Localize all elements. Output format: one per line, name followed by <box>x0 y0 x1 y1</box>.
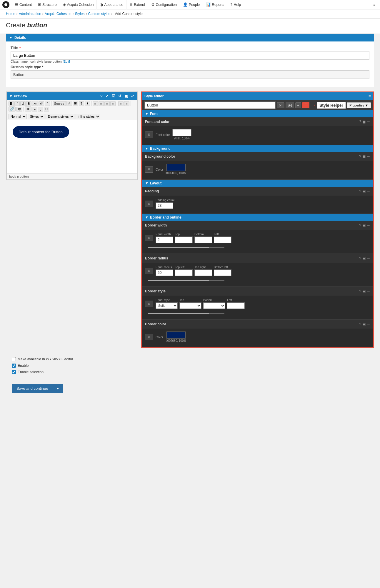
nav-item-content[interactable]: ☰ Content <box>12 0 35 9</box>
se-tb-btn-2[interactable]: [◈] <box>286 102 294 108</box>
font-color-swatch[interactable] <box>172 129 191 136</box>
enable-checkbox[interactable] <box>12 364 16 368</box>
bw-top-input[interactable] <box>175 236 193 243</box>
preview-button[interactable]: Default content for 'Button' <box>13 126 69 138</box>
toolbar-underline[interactable]: U <box>20 101 26 106</box>
toolbar-about[interactable]: ℹ <box>85 101 90 106</box>
se-tb-btn-1[interactable]: [×] <box>277 102 285 108</box>
br-topleft-input[interactable] <box>175 269 193 276</box>
br-equal-input[interactable] <box>156 269 173 276</box>
bs-left-input[interactable] <box>227 302 245 309</box>
nav-item-people[interactable]: 👤 People <box>180 0 203 9</box>
site-logo[interactable] <box>2 1 9 8</box>
font-color-help-icon[interactable]: ? <box>359 120 361 124</box>
style-editor-info-icon[interactable]: i <box>363 94 367 99</box>
preview-refresh-icon[interactable]: ↺ <box>117 94 122 98</box>
nav-item-reports[interactable]: 📊 Reports <box>203 0 227 9</box>
toolbar-more2[interactable]: » <box>32 107 37 111</box>
toolbar-list-unordered[interactable]: ≡ <box>124 101 129 106</box>
se-tb-btn-3[interactable]: + <box>295 102 301 108</box>
se-tb-btn-list-active[interactable]: ☰ <box>302 102 309 108</box>
toolbar-italic[interactable]: I <box>14 101 20 106</box>
toolbar-showblocks[interactable]: ¶ <box>79 101 84 106</box>
font-color-screen-icon[interactable]: ▣ <box>362 120 366 124</box>
br-screen-icon[interactable]: ▣ <box>362 256 366 260</box>
nav-item-help[interactable]: ? Help <box>227 0 244 9</box>
se-bg-section-header[interactable]: ▼ Background <box>142 145 373 152</box>
bc-help-icon[interactable]: ? <box>359 322 361 326</box>
padding-help-icon[interactable]: ? <box>359 189 361 193</box>
bs-more-icon[interactable]: ⋯ <box>367 289 370 293</box>
font-color-more-icon[interactable]: ⋯ <box>367 120 370 124</box>
toolbar-unlink[interactable]: ⛓ <box>16 107 22 111</box>
toolbar-subscript[interactable]: x₂ <box>32 101 38 106</box>
bg-color-more-icon[interactable]: ⋯ <box>367 154 370 159</box>
toolbar-align-center[interactable]: ≡ <box>99 101 104 106</box>
preview-help-icon[interactable]: ? <box>99 94 104 98</box>
breadcrumb-home[interactable]: Home <box>6 12 15 16</box>
toolbar-align-right[interactable]: ≡ <box>104 101 110 106</box>
toolbar-blockquote[interactable]: ❝ <box>45 101 50 106</box>
bw-screen-icon[interactable]: ▣ <box>362 223 366 227</box>
title-input[interactable] <box>11 51 369 60</box>
se-font-section-header[interactable]: ▼ Font <box>142 110 373 117</box>
toolbar-more1[interactable]: ≫ <box>25 106 31 111</box>
nav-item-structure[interactable]: ⊞ Structure <box>35 0 60 9</box>
bs-slider[interactable] <box>148 313 224 314</box>
bw-help-icon[interactable]: ? <box>359 223 361 227</box>
se-button-input[interactable] <box>144 101 276 109</box>
breadcrumb-styles[interactable]: Styles <box>75 12 85 16</box>
toolbar-strikethrough[interactable]: S <box>26 101 31 106</box>
bs-equal-select[interactable]: Solid Dashed Dotted None <box>156 302 178 309</box>
bw-more-icon[interactable]: ⋯ <box>367 223 370 227</box>
br-topright-input[interactable] <box>194 269 212 276</box>
padding-equal-input[interactable] <box>156 202 173 209</box>
br-bottomleft-input[interactable] <box>214 269 231 276</box>
br-more-icon[interactable]: ⋯ <box>367 256 370 260</box>
bw-equal-input[interactable] <box>156 236 173 243</box>
bg-color-help-icon[interactable]: ? <box>359 154 361 159</box>
preview-screen-icon[interactable]: ▣ <box>124 94 129 98</box>
padding-more-icon[interactable]: ⋯ <box>367 189 370 193</box>
bw-left-input[interactable] <box>214 236 231 243</box>
preview-expand-icon[interactable]: ⤢ <box>130 94 135 98</box>
save-dropdown-button[interactable]: ▼ <box>53 384 63 393</box>
breadcrumb-administration[interactable]: Administration <box>19 12 41 16</box>
breadcrumb-custom-styles[interactable]: Custom styles <box>88 12 110 16</box>
toolbar-link[interactable]: 🔗 <box>9 106 16 111</box>
nav-item-acquia-cohesion[interactable]: ◈ Acquia Cohesion <box>60 0 97 9</box>
bs-screen-icon[interactable]: ▣ <box>362 289 366 293</box>
bw-slider[interactable] <box>148 247 224 248</box>
br-slider[interactable] <box>148 280 224 281</box>
toolbar-align-left[interactable]: ≡ <box>93 101 98 106</box>
preview-check-icon[interactable]: ✓ <box>105 94 110 98</box>
bc-color-swatch[interactable] <box>166 332 186 339</box>
wysiwyg-checkbox[interactable] <box>12 357 16 361</box>
style-editor-menu-icon[interactable]: ≡ <box>369 94 371 99</box>
bc-screen-icon[interactable]: ▣ <box>362 322 366 326</box>
bc-more-icon[interactable]: ⋯ <box>367 322 370 326</box>
toolbar-quote[interactable]: „ <box>38 107 43 111</box>
enable-selection-checkbox[interactable] <box>12 370 16 374</box>
toolbar-align-justify[interactable]: ≡ <box>110 101 116 106</box>
toolbar-template[interactable]: ⊞ <box>73 101 78 106</box>
properties-button[interactable]: Properties ▼ <box>347 102 371 108</box>
class-name-edit-link[interactable]: [Edit] <box>63 60 70 63</box>
bs-bottom-select[interactable] <box>203 302 225 309</box>
se-layout-section-header[interactable]: ▼ Layout <box>142 180 373 187</box>
styles-select[interactable]: Styles <box>28 114 44 119</box>
bg-color-screen-icon[interactable]: ▣ <box>362 154 366 159</box>
padding-screen-icon[interactable]: ▣ <box>362 189 366 193</box>
save-continue-button[interactable]: Save and continue <box>12 384 53 393</box>
nav-item-extend[interactable]: ⊕ Extend <box>126 0 148 9</box>
br-help-icon[interactable]: ? <box>359 256 361 260</box>
format-select[interactable]: Normal <box>9 114 27 119</box>
toolbar-maximize[interactable]: ⤢ <box>66 101 72 106</box>
preview-check2-icon[interactable]: ☑ <box>111 94 116 98</box>
bw-bottom-input[interactable] <box>194 236 212 243</box>
details-header[interactable]: ▼ Details <box>6 34 374 41</box>
nav-item-configuration[interactable]: ⚙ Configuration <box>148 0 180 9</box>
toolbar-list-ordered[interactable]: ≡ <box>118 101 124 106</box>
breadcrumb-acquia-cohesion[interactable]: Acquia Cohesion <box>45 12 71 16</box>
toolbar-superscript[interactable]: x² <box>39 101 44 106</box>
